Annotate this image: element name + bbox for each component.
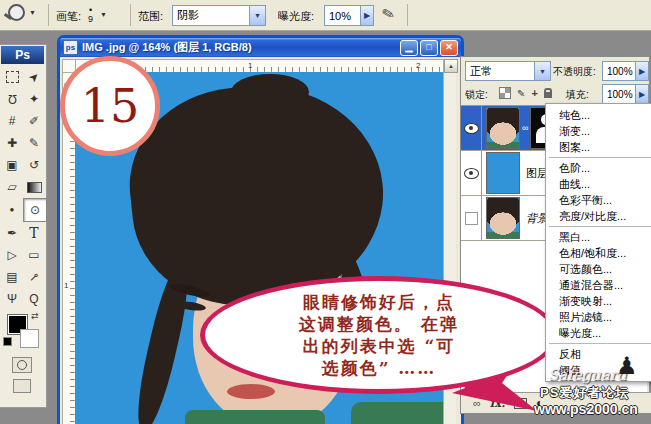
menu-item-solid-color[interactable]: 纯色...: [546, 107, 651, 123]
menu-separator: [549, 157, 651, 158]
menu-item-hue-saturation[interactable]: 色相/饱和度...: [546, 245, 651, 261]
history-brush-tool[interactable]: ↺: [23, 154, 45, 176]
menu-item-brightness-contrast[interactable]: 亮度/对比度...: [546, 208, 651, 224]
zoom-icon: Q: [29, 292, 38, 306]
brush-preset-picker[interactable]: • 9 ▼: [88, 2, 122, 27]
layer-thumbnail[interactable]: [486, 152, 520, 194]
notes-icon: ▤: [6, 270, 17, 284]
tool-preset-button[interactable]: ▼: [8, 4, 36, 21]
blend-mode-select[interactable]: 正常 ▼: [465, 61, 551, 81]
clone-stamp-icon: ▣: [6, 158, 17, 172]
dodge-tool[interactable]: ⊙: [23, 198, 47, 222]
adjustment-layer-menu: 纯色... 渐变... 图案... 色阶... 曲线... 色彩平衡... 亮度…: [545, 103, 651, 382]
background-color-swatch[interactable]: [20, 329, 39, 348]
screen-mode-button[interactable]: [13, 379, 31, 393]
visibility-cell[interactable]: [461, 151, 482, 195]
crop-tool[interactable]: #: [1, 110, 23, 132]
notes-tool[interactable]: ▤: [1, 266, 23, 288]
divider: [48, 4, 49, 26]
fill-value: 100%: [603, 89, 635, 100]
range-select[interactable]: 阴影 ▼: [172, 5, 266, 26]
range-label: 范围:: [138, 9, 163, 24]
fill-field[interactable]: 100% ▶: [602, 84, 649, 104]
brush-tool[interactable]: ✎: [23, 132, 45, 154]
quick-mask-button[interactable]: [12, 357, 32, 373]
airbrush-icon[interactable]: ✎: [380, 4, 397, 25]
eraser-icon: ▱: [7, 180, 16, 194]
swap-colors-icon[interactable]: ⇄: [31, 311, 39, 321]
layer-thumbnail[interactable]: [486, 107, 520, 149]
visibility-cell[interactable]: [461, 106, 482, 150]
opacity-field[interactable]: 100% ▶: [602, 61, 649, 81]
menu-item-pattern[interactable]: 图案...: [546, 139, 651, 155]
layer-thumbnail[interactable]: [486, 197, 520, 239]
document-titlebar[interactable]: ps IMG .jpg @ 164% (图层 1, RGB/8) ▁ □ ✕: [60, 38, 461, 57]
menu-item-selective-color[interactable]: 可选颜色...: [546, 261, 651, 277]
layer-style-icon[interactable]: fx.: [490, 397, 505, 410]
zoom-tool[interactable]: Q: [23, 288, 45, 310]
opacity-value: 100%: [603, 66, 635, 77]
mask-circle: [517, 400, 524, 407]
lock-transparency-icon[interactable]: [499, 87, 511, 99]
menu-separator: [549, 343, 651, 344]
menu-item-gradient[interactable]: 渐变...: [546, 123, 651, 139]
menu-item-photo-filter[interactable]: 照片滤镜...: [546, 309, 651, 325]
exposure-field[interactable]: 10% ▶: [324, 5, 374, 26]
shape-tool[interactable]: ▭: [23, 244, 45, 266]
healing-brush-tool[interactable]: ✚: [1, 132, 23, 154]
menu-item-gradient-map[interactable]: 渐变映射...: [546, 293, 651, 309]
menu-item-exposure[interactable]: 曝光度...: [546, 325, 651, 341]
crop-icon: #: [9, 114, 16, 128]
close-button[interactable]: ✕: [440, 40, 458, 56]
menu-item-color-balance[interactable]: 色彩平衡...: [546, 192, 651, 208]
menu-item-curves[interactable]: 曲线...: [546, 176, 651, 192]
step-number-badge: 15: [60, 56, 160, 156]
menu-item-black-white[interactable]: 黑白...: [546, 229, 651, 245]
clone-stamp-tool[interactable]: ▣: [1, 154, 23, 176]
hand-icon: Ψ: [7, 292, 17, 306]
lock-position-icon[interactable]: +: [531, 87, 537, 99]
spinner-arrow-icon: ▶: [635, 85, 648, 103]
pen-tool[interactable]: ✒: [1, 222, 23, 244]
exposure-value: 10%: [325, 10, 360, 22]
default-colors-icon[interactable]: [3, 337, 12, 346]
range-value: 阴影: [173, 8, 249, 23]
options-bar: ▼ 画笔: • 9 ▼ 范围: 阴影 ▼ 曝光度: 10% ▶ ✎: [0, 0, 651, 31]
link-layers-icon[interactable]: ∞: [473, 397, 481, 409]
slice-tool[interactable]: ✐: [23, 110, 45, 132]
chevron-down-icon: ▼: [534, 62, 550, 80]
dodge-tool-icon: [8, 4, 25, 21]
eyedropper-icon: ⊸: [25, 268, 42, 285]
magic-wand-tool[interactable]: ✦: [23, 88, 45, 110]
minimize-button[interactable]: ▁: [400, 40, 418, 56]
watermark-url: www.ps2000.cn: [534, 401, 638, 417]
eyedropper-tool[interactable]: ⊸: [23, 266, 45, 288]
add-mask-icon[interactable]: [514, 398, 527, 409]
move-tool[interactable]: ➤: [23, 66, 45, 88]
marquee-icon: [6, 71, 19, 83]
blur-tool[interactable]: ●: [1, 198, 23, 220]
menu-item-levels[interactable]: 色阶...: [546, 160, 651, 176]
healing-brush-icon: ✚: [7, 136, 17, 150]
menu-separator: [549, 226, 651, 227]
type-tool[interactable]: T: [23, 222, 45, 244]
rectangular-marquee-tool[interactable]: [1, 66, 23, 88]
lock-all-icon[interactable]: [544, 92, 552, 98]
gradient-tool[interactable]: [23, 176, 45, 198]
eye-icon: [464, 123, 479, 134]
visibility-cell[interactable]: [461, 196, 482, 240]
spinner-arrow-icon: ▶: [635, 62, 648, 80]
lasso-tool[interactable]: Ω: [1, 88, 23, 110]
path-selection-tool[interactable]: ▷: [1, 244, 23, 266]
opacity-label: 不透明度:: [553, 65, 596, 79]
watermark-forum: PS爱好者论坛: [540, 384, 629, 402]
hand-tool[interactable]: Ψ: [1, 288, 23, 310]
eraser-tool[interactable]: ▱: [1, 176, 23, 198]
scroll-up-icon[interactable]: ▲: [444, 59, 458, 73]
path-selection-icon: ▷: [7, 248, 16, 262]
dodge-icon: ⊙: [30, 203, 40, 217]
menu-item-channel-mixer[interactable]: 通道混合器...: [546, 277, 651, 293]
maximize-button[interactable]: □: [420, 40, 438, 56]
lock-paint-icon[interactable]: ✎: [517, 88, 525, 99]
toolbox: Ps ➤ Ω ✦ # ✐ ✚ ✎ ▣ ↺ ▱ ● ⊙ ✒ T ▷ ▭ ▤ ⊸ Ψ…: [0, 44, 47, 408]
